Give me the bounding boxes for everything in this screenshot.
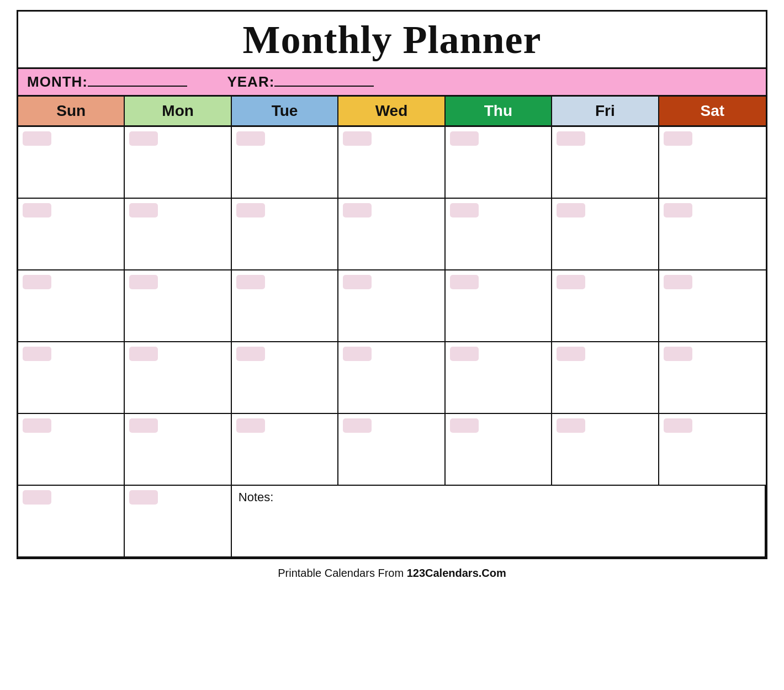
table-row <box>446 342 552 414</box>
table-row <box>552 127 659 199</box>
table-row <box>232 414 338 486</box>
table-row <box>338 342 445 414</box>
planner-container: Monthly Planner MONTH: YEAR: Sun Mon Tue… <box>17 10 767 559</box>
table-row <box>125 414 231 486</box>
table-row <box>659 342 766 414</box>
header-fri: Fri <box>552 97 659 125</box>
notes-cell-main: Notes: <box>232 486 766 558</box>
header-sun: Sun <box>18 97 125 125</box>
title-row: Monthly Planner <box>18 12 766 69</box>
notes-row: Notes: <box>18 486 766 558</box>
footer-brand: 123Calendars.Com <box>407 567 506 579</box>
table-row <box>125 270 231 342</box>
notes-cell-sun <box>18 486 125 558</box>
table-row <box>338 270 445 342</box>
table-row <box>338 127 445 199</box>
table-row <box>446 270 552 342</box>
table-row <box>18 127 125 199</box>
table-row <box>552 199 659 270</box>
table-row <box>18 342 125 414</box>
table-row <box>125 342 231 414</box>
table-row <box>125 199 231 270</box>
table-row <box>18 270 125 342</box>
table-row <box>338 414 445 486</box>
planner-title: Monthly Planner <box>242 18 541 62</box>
month-year-row: MONTH: YEAR: <box>18 69 766 97</box>
table-row <box>232 199 338 270</box>
header-sat: Sat <box>659 97 766 125</box>
table-row <box>552 414 659 486</box>
notes-cell-mon <box>125 486 231 558</box>
table-row <box>338 199 445 270</box>
header-thu: Thu <box>446 97 552 125</box>
table-row <box>659 199 766 270</box>
table-row <box>125 127 231 199</box>
table-row <box>232 270 338 342</box>
footer-prefix: Printable Calendars From <box>278 567 406 579</box>
table-row <box>18 199 125 270</box>
notes-label: Notes: <box>239 490 274 504</box>
footer: Printable Calendars From 123Calendars.Co… <box>0 559 784 582</box>
table-row <box>446 127 552 199</box>
table-row <box>446 414 552 486</box>
table-row <box>552 342 659 414</box>
table-row <box>659 127 766 199</box>
header-tue: Tue <box>232 97 338 125</box>
month-label: MONTH: YEAR: <box>27 73 374 91</box>
days-header: Sun Mon Tue Wed Thu Fri Sat <box>18 97 766 127</box>
table-row <box>232 127 338 199</box>
table-row <box>232 342 338 414</box>
table-row <box>552 270 659 342</box>
table-row <box>18 414 125 486</box>
table-row <box>446 199 552 270</box>
calendar-grid <box>18 127 766 486</box>
table-row <box>659 270 766 342</box>
header-wed: Wed <box>338 97 445 125</box>
table-row <box>659 414 766 486</box>
header-mon: Mon <box>125 97 231 125</box>
